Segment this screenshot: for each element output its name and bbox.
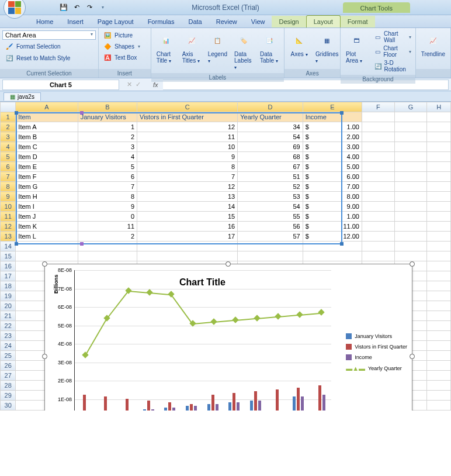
embedded-chart[interactable]: Billions Chart Title January VisitorsVis… <box>44 264 412 411</box>
cell-H16[interactable] <box>427 261 451 271</box>
col-header-B[interactable]: B <box>78 102 137 112</box>
row-header-7[interactable]: 7 <box>1 172 16 182</box>
bar-January Visitors[interactable] <box>164 408 167 411</box>
line-point[interactable] <box>318 309 324 316</box>
col-header-A[interactable]: A <box>16 102 78 112</box>
row-header-30[interactable]: 30 <box>1 401 16 411</box>
cell-E6[interactable]: $5.00 <box>303 162 362 172</box>
cell-C12[interactable]: 16 <box>137 222 238 232</box>
bar-Income[interactable] <box>258 401 261 411</box>
cell-H19[interactable] <box>427 291 451 301</box>
row-header-2[interactable]: 2 <box>1 122 16 132</box>
line-segment[interactable] <box>85 318 107 356</box>
cell-B14[interactable] <box>78 242 137 251</box>
bar-Vistors in First Quarter[interactable] <box>147 401 150 411</box>
bar-January Visitors[interactable] <box>228 402 231 411</box>
cell-D6[interactable]: 67 <box>238 162 303 172</box>
cell-G14[interactable] <box>394 242 427 251</box>
cell-B8[interactable]: 7 <box>78 182 137 192</box>
row-header-25[interactable]: 25 <box>1 351 16 361</box>
col-header-D[interactable]: D <box>238 102 303 112</box>
bar-Vistors in First Quarter[interactable] <box>190 404 193 411</box>
workbook-tab-item[interactable]: ▦ java2s <box>4 92 41 101</box>
cell-A9[interactable]: Item H <box>16 192 78 202</box>
cell-A8[interactable]: Item G <box>16 182 78 192</box>
line-segment[interactable] <box>171 294 193 325</box>
cell-C8[interactable]: 12 <box>137 182 238 192</box>
bar-January Visitors[interactable] <box>207 404 210 411</box>
axes-button[interactable]: 📐Axes ▾ <box>286 30 312 58</box>
row-header-17[interactable]: 17 <box>1 271 16 281</box>
cell-B10[interactable]: 9 <box>78 202 137 212</box>
cell-E14[interactable] <box>303 242 362 251</box>
fx-icon[interactable]: fx <box>153 81 158 88</box>
line-point[interactable] <box>232 316 238 323</box>
tab-insert[interactable]: Insert <box>60 16 91 27</box>
cell-E12[interactable]: $11.00 <box>303 222 362 232</box>
cell-B5[interactable]: 4 <box>78 152 137 162</box>
undo-icon[interactable]: ↶ <box>71 2 82 13</box>
cell-C3[interactable]: 11 <box>137 132 238 142</box>
cell-F14[interactable] <box>362 242 394 251</box>
cell-B15[interactable] <box>78 251 137 261</box>
col-header-C[interactable]: C <box>137 102 238 112</box>
row-header-6[interactable]: 6 <box>1 162 16 172</box>
gridlines-button[interactable]: ▦Gridlines ▾ <box>312 30 342 65</box>
bar-Vistors in First Quarter[interactable] <box>318 385 321 411</box>
cell-F1[interactable] <box>362 112 394 122</box>
cell-B2[interactable]: 1 <box>78 122 137 132</box>
bar-Vistors in First Quarter[interactable] <box>211 395 214 411</box>
cell-E15[interactable] <box>303 251 362 261</box>
bar-Vistors in First Quarter[interactable] <box>104 396 107 411</box>
rotation-button[interactable]: 🔄3-D Rotation <box>372 59 413 73</box>
cell-A12[interactable]: Item K <box>16 222 78 232</box>
cell-A4[interactable]: Item C <box>16 142 78 152</box>
cell-D10[interactable]: 54 <box>238 202 303 212</box>
cell-A7[interactable]: Item F <box>16 172 78 182</box>
cell-A15[interactable] <box>16 251 78 261</box>
select-all-cell[interactable] <box>1 102 16 112</box>
cell-A5[interactable]: Item D <box>16 152 78 162</box>
row-header-10[interactable]: 10 <box>1 202 16 212</box>
row-header-5[interactable]: 5 <box>1 152 16 162</box>
row-header-28[interactable]: 28 <box>1 381 16 391</box>
line-point[interactable] <box>275 313 282 319</box>
cell-B12[interactable]: 11 <box>78 222 137 232</box>
cell-C2[interactable]: 12 <box>137 122 238 132</box>
cell-D7[interactable]: 51 <box>238 172 303 182</box>
cell-A11[interactable]: Item J <box>16 212 78 222</box>
bar-Vistors in First Quarter[interactable] <box>276 389 279 411</box>
row-header-13[interactable]: 13 <box>1 232 16 242</box>
bar-Vistors in First Quarter[interactable] <box>126 399 129 411</box>
cell-E4[interactable]: $3.00 <box>303 142 362 152</box>
row-header-26[interactable]: 26 <box>1 361 16 371</box>
cell-H24[interactable] <box>427 341 451 351</box>
bar-Income[interactable] <box>172 408 175 411</box>
chart-floor-button[interactable]: ▭Chart Floor <box>372 44 413 58</box>
cell-E7[interactable]: $6.00 <box>303 172 362 182</box>
cell-E9[interactable]: $8.00 <box>303 192 362 202</box>
row-header-1[interactable]: 1 <box>1 112 16 122</box>
col-header-H[interactable]: H <box>427 102 451 112</box>
cell-H29[interactable] <box>427 391 451 401</box>
cell-H21[interactable] <box>427 311 451 321</box>
tab-review[interactable]: Review <box>209 16 244 27</box>
cell-F15[interactable] <box>362 251 394 261</box>
cell-E3[interactable]: $2.00 <box>303 132 362 142</box>
row-header-23[interactable]: 23 <box>1 331 16 341</box>
bar-Income[interactable] <box>322 395 325 411</box>
cell-A14[interactable] <box>16 242 78 251</box>
cell-C9[interactable]: 13 <box>137 192 238 202</box>
tab-home[interactable]: Home <box>29 16 60 27</box>
cell-D13[interactable]: 57 <box>238 232 303 242</box>
tab-design[interactable]: Design <box>272 16 306 27</box>
cell-E5[interactable]: $4.00 <box>303 152 362 162</box>
bar-Income[interactable] <box>237 402 240 411</box>
line-point[interactable] <box>82 351 89 358</box>
format-selection-button[interactable]: 🖌️Format Selection <box>2 41 63 51</box>
data-table-button[interactable]: 📑Data Table ▾ <box>256 30 282 65</box>
cell-H25[interactable] <box>427 351 451 361</box>
cell-E13[interactable]: $12.00 <box>303 232 362 242</box>
cell-H26[interactable] <box>427 361 451 371</box>
legend-item[interactable]: January Visitors <box>346 333 407 339</box>
